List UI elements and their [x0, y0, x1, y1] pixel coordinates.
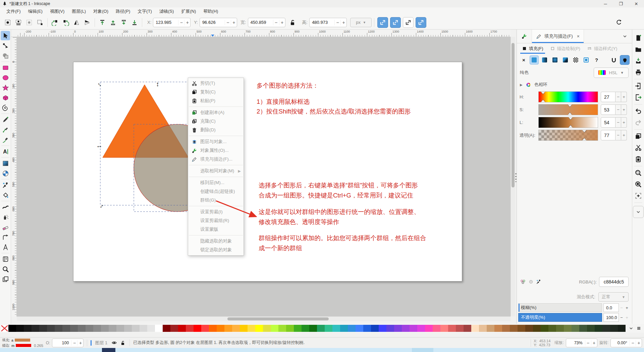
palette-swatch-60[interactable] [471, 325, 479, 332]
scale-handle-topleft[interactable]: ↔ [96, 80, 104, 88]
measure-tool[interactable] [1, 243, 10, 252]
x-field[interactable]: 123.985−+ [153, 18, 191, 27]
stroke-color-swatch[interactable] [16, 344, 31, 347]
palette-swatch-49[interactable] [386, 325, 394, 332]
palette-swatch-20[interactable] [163, 325, 170, 332]
menubar-item-1[interactable]: 编辑(E) [24, 7, 46, 15]
pencil-tool[interactable] [1, 115, 10, 124]
palette-swatch-44[interactable] [348, 325, 356, 332]
horizontal-scrollbar[interactable] [17, 316, 511, 321]
raise-button[interactable] [108, 17, 118, 28]
import-button[interactable] [634, 81, 643, 91]
scale-handle-bottomleft[interactable]: ↔ [97, 202, 105, 210]
color-wheel-row[interactable]: ▶ 色相环 [517, 79, 632, 90]
height-field-value[interactable]: 480.973 [310, 20, 334, 25]
taskbar-item[interactable] [412, 348, 433, 352]
blur-value[interactable]: 0.0 [603, 303, 619, 312]
subtab-2[interactable]: 描边样式(Y) [584, 43, 620, 54]
palette-swatch-68[interactable] [533, 325, 541, 332]
context-menu-item-15[interactable]: 创建锚点(超链接) [188, 187, 244, 196]
rectangle-tool[interactable] [1, 63, 10, 72]
palette-swatch-55[interactable] [433, 325, 440, 332]
palette-swatch-38[interactable] [302, 325, 309, 332]
hue-value[interactable]: 27 [601, 92, 615, 102]
open-button[interactable] [634, 45, 643, 54]
palette-swatch-30[interactable] [240, 325, 248, 332]
eraser-tool[interactable] [1, 222, 10, 232]
close-dialog-icon[interactable]: × [577, 34, 580, 39]
paint-bucket-tool[interactable] [1, 190, 10, 200]
palette-swatch-73[interactable] [572, 325, 579, 332]
more-commands-button[interactable] [633, 206, 644, 218]
palette-menu-icon[interactable] [636, 326, 641, 331]
palette-swatch-39[interactable] [309, 325, 317, 332]
height-field-decrement[interactable]: − [334, 20, 340, 25]
palette-swatch-21[interactable] [170, 325, 178, 332]
palette-swatch-3[interactable] [32, 325, 39, 332]
radial-gradient-button[interactable] [550, 55, 559, 64]
context-menu-item-9[interactable]: 对象属性(O)... [188, 146, 244, 155]
opacity-slider[interactable]: 不透明度(%) [518, 313, 602, 322]
zoom-decrement-button[interactable]: − [585, 340, 591, 346]
star-tool[interactable] [1, 83, 10, 92]
expander-icon[interactable]: ▶ [520, 83, 523, 87]
palette-swatch-66[interactable] [518, 325, 525, 332]
palette-swatch-77[interactable] [602, 325, 610, 332]
calligraphy-tool[interactable] [1, 135, 10, 144]
sat-value[interactable]: 53 [601, 104, 615, 115]
vertical-scrollbar[interactable] [511, 37, 515, 316]
x-field-decrement[interactable]: − [178, 20, 184, 25]
palette-swatch-15[interactable] [124, 325, 132, 332]
scale-stroke-toggle[interactable] [377, 17, 388, 28]
palette-scroll-icon[interactable] [629, 326, 634, 331]
palette-swatch-69[interactable] [541, 325, 548, 332]
palette-swatch-17[interactable] [140, 325, 147, 332]
shape-builder-tool[interactable] [1, 51, 10, 60]
flat-color-button[interactable] [530, 55, 539, 64]
palette-swatch-43[interactable] [340, 325, 348, 332]
hue-increment[interactable]: + [621, 92, 627, 102]
menubar-item-7[interactable]: 滤镜(S) [156, 7, 177, 15]
lower-to-bottom-button[interactable] [129, 17, 140, 28]
windows-taskbar[interactable] [0, 348, 644, 352]
palette-swatch-27[interactable] [217, 325, 224, 332]
object-properties-tab[interactable] [517, 30, 532, 43]
palette-swatch-34[interactable] [271, 325, 278, 332]
palette-swatch-24[interactable] [194, 325, 201, 332]
color-mode-dropdown[interactable]: HSL ▼ [594, 68, 629, 78]
raise-to-top-button[interactable] [97, 17, 107, 28]
sat-decrement[interactable]: − [615, 104, 621, 115]
y-field-value[interactable]: 96.626 [200, 20, 225, 25]
dropper-tool[interactable] [1, 180, 10, 190]
fill-color-swatch[interactable] [15, 339, 30, 342]
x-field-increment[interactable]: + [184, 20, 190, 25]
layer-visibility-icon[interactable] [111, 340, 117, 346]
palette-swatch-71[interactable] [556, 325, 564, 332]
close-button[interactable]: ✕ [629, 0, 644, 7]
palette-swatch-18[interactable] [147, 325, 155, 332]
palette-swatch-65[interactable] [510, 325, 518, 332]
save-button[interactable] [634, 56, 643, 65]
mesh-gradient-tool[interactable] [1, 169, 10, 178]
palette-swatch-45[interactable] [356, 325, 363, 332]
palette-swatch-32[interactable] [255, 325, 263, 332]
zoom-drawing-button[interactable] [634, 180, 643, 189]
redo-button[interactable] [634, 118, 643, 127]
palette-swatch-50[interactable] [394, 325, 402, 332]
palette-swatch-29[interactable] [232, 325, 240, 332]
palette-swatch-33[interactable] [263, 325, 271, 332]
canvas[interactable]: ↕↔↔↔ [17, 37, 511, 316]
palette-swatch-35[interactable] [278, 325, 286, 332]
duplicate-button[interactable] [634, 132, 643, 141]
flip-vertical-button[interactable] [82, 17, 92, 28]
unit-dropdown[interactable]: px▼ [350, 18, 372, 27]
x-field-value[interactable]: 123.985 [153, 20, 178, 25]
context-menu-item-0[interactable]: 剪切(T) [188, 79, 244, 88]
opacity-value[interactable]: 100.0 [603, 313, 619, 322]
palette-swatch-67[interactable] [525, 325, 533, 332]
palette-swatch-25[interactable] [201, 325, 209, 332]
palette-swatch-47[interactable] [371, 325, 379, 332]
palette-swatch-11[interactable] [93, 325, 101, 332]
collapse-dock-button[interactable] [618, 30, 632, 43]
palette-swatch-64[interactable] [502, 325, 510, 332]
